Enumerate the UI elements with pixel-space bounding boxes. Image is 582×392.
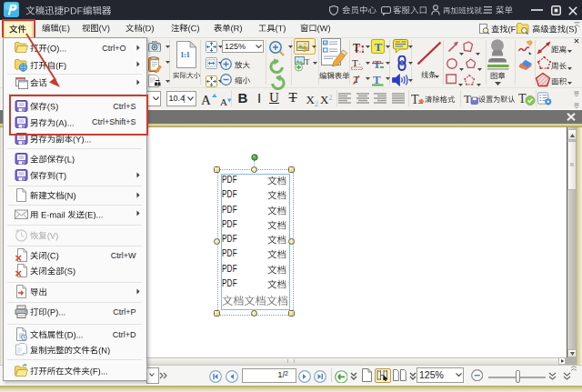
svg-text:T: T (411, 93, 419, 106)
svg-text:T: T (375, 40, 383, 54)
svg-text:T: T (305, 57, 310, 66)
svg-text:-: - (359, 61, 361, 66)
svg-text:A: A (201, 93, 211, 106)
svg-text:1:1: 1:1 (180, 50, 190, 59)
svg-text:T: T (352, 57, 358, 68)
svg-text:A: A (220, 96, 227, 107)
svg-text:T: T (518, 92, 527, 106)
svg-text:T: T (464, 92, 471, 105)
svg-text:T: T (373, 73, 381, 86)
